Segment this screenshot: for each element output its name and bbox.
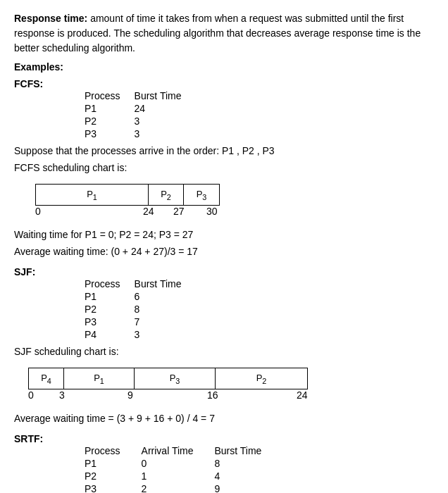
fcfs-time-27: 27 — [173, 206, 185, 217]
fcfs-time-axis: 0 24 27 30 — [35, 206, 218, 220]
srtf-p2-name: P2 — [85, 470, 142, 482]
fcfs-p1-name: P1 — [85, 102, 135, 115]
fcfs-gantt-p2: P2 — [149, 185, 184, 206]
fcfs-col-process: Process — [85, 89, 135, 102]
sjf-p4-name: P4 — [85, 328, 135, 341]
fcfs-suppose: Suppose that the processes arrive in the… — [14, 143, 434, 160]
srtf-col-burst: Burst Time — [214, 444, 275, 457]
examples-section: Examples: — [14, 61, 434, 73]
fcfs-chart-label: FCFS scheduling chart is: — [14, 160, 434, 177]
fcfs-time-24: 24 — [143, 206, 154, 217]
srtf-col-process: Process — [85, 444, 142, 457]
sjf-p3-name: P3 — [85, 316, 135, 328]
fcfs-time-0: 0 — [35, 206, 41, 217]
sjf-p2-name: P2 — [85, 303, 135, 316]
srtf-p2-burst: 4 — [214, 470, 275, 482]
response-time-section: Response time: amount of time it takes f… — [14, 11, 434, 56]
srtf-p3-arrival: 2 — [142, 482, 215, 493]
sjf-time-9: 9 — [127, 389, 133, 401]
fcfs-gantt-chart: P1 P2 P3 — [35, 184, 220, 206]
fcfs-p2-name: P2 — [85, 115, 135, 127]
srtf-col-arrival: Arrival Time — [142, 444, 215, 457]
sjf-section: SJF: Process Burst Time P1 6 P2 8 P3 7 P… — [14, 266, 434, 428]
response-time-description: Response time: amount of time it takes f… — [14, 11, 434, 56]
srtf-process-table: Process Arrival Time Burst Time P1 0 8 P… — [85, 444, 275, 493]
response-time-bold: Response time: — [14, 13, 87, 24]
sjf-time-0: 0 — [28, 389, 34, 401]
sjf-time-24: 24 — [297, 389, 308, 401]
sjf-time-16: 16 — [207, 389, 218, 401]
fcfs-p3-burst: 3 — [135, 127, 196, 140]
sjf-gantt-p1: P1 — [64, 368, 135, 389]
examples-label: Examples: — [14, 61, 434, 73]
fcfs-p3-name: P3 — [85, 127, 135, 140]
sjf-p3-burst: 7 — [135, 316, 196, 328]
sjf-time-3: 3 — [59, 389, 65, 401]
sjf-chart-label: SJF scheduling chart is: — [14, 344, 434, 361]
fcfs-time-30: 30 — [206, 206, 218, 217]
sjf-col-burst: Burst Time — [135, 277, 196, 290]
fcfs-section: FCFS: Process Burst Time P1 24 P2 3 P3 3… — [14, 78, 434, 261]
sjf-gantt-p2: P2 — [216, 368, 307, 389]
srtf-p3-name: P3 — [85, 482, 142, 493]
sjf-p4-burst: 3 — [135, 328, 196, 341]
sjf-gantt-p4: P4 — [29, 368, 64, 389]
srtf-p1-name: P1 — [85, 457, 142, 470]
sjf-process-table: Process Burst Time P1 6 P2 8 P3 7 P4 3 — [85, 277, 195, 341]
fcfs-gantt-p1: P1 — [36, 185, 149, 206]
fcfs-avg-waiting: Average waiting time: (0 + 24 + 27)/3 = … — [14, 244, 434, 261]
fcfs-process-table: Process Burst Time P1 24 P2 3 P3 3 — [85, 89, 195, 140]
srtf-label: SRTF: — [14, 433, 434, 444]
sjf-avg-waiting: Average waiting time = (3 + 9 + 16 + 0) … — [14, 411, 434, 428]
sjf-gantt-chart: P4 P1 P3 P2 — [28, 368, 308, 390]
fcfs-p1-burst: 24 — [135, 102, 196, 115]
sjf-col-process: Process — [85, 277, 135, 290]
sjf-gantt-wrapper: P4 P1 P3 P2 0 3 9 16 24 — [14, 368, 434, 404]
sjf-p2-burst: 8 — [135, 303, 196, 316]
sjf-time-axis: 0 3 9 16 24 — [28, 389, 310, 404]
sjf-label: SJF: — [14, 266, 434, 277]
fcfs-waiting: Waiting time for P1 = 0; P2 = 24; P3 = 2… — [14, 227, 434, 244]
fcfs-col-burst: Burst Time — [135, 89, 196, 102]
fcfs-p2-burst: 3 — [135, 115, 196, 127]
sjf-p1-name: P1 — [85, 290, 135, 303]
fcfs-gantt-wrapper: P1 P2 P3 0 24 27 30 — [14, 184, 434, 220]
srtf-p3-burst: 9 — [214, 482, 275, 493]
srtf-p1-arrival: 0 — [142, 457, 215, 470]
srtf-p2-arrival: 1 — [142, 470, 215, 482]
srtf-p1-burst: 8 — [214, 457, 275, 470]
sjf-p1-burst: 6 — [135, 290, 196, 303]
fcfs-label: FCFS: — [14, 78, 434, 89]
fcfs-gantt-p3: P3 — [184, 185, 219, 206]
sjf-gantt-p3: P3 — [135, 368, 216, 389]
srtf-section: SRTF: Process Arrival Time Burst Time P1… — [14, 433, 434, 493]
